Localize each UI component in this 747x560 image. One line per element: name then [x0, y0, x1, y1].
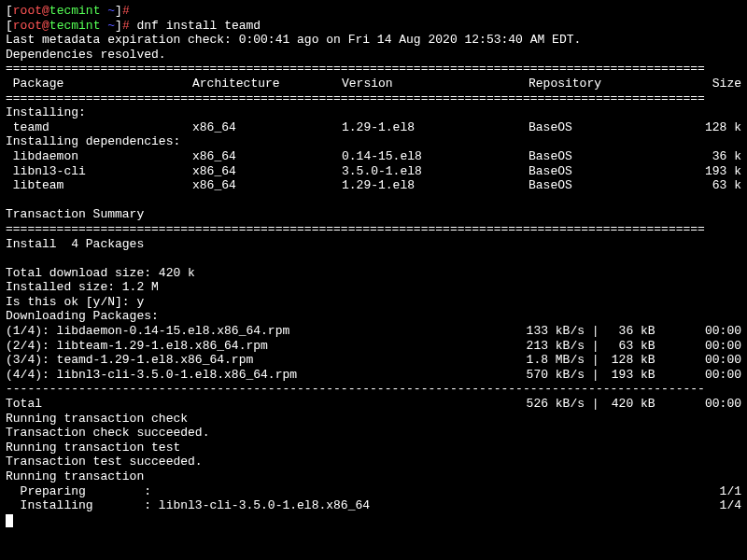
- download-table: (1/4): libdaemon-0.14-15.el8.x86_64.rpm …: [6, 324, 741, 382]
- progress-table: Preparing : 1/1 Installing : libnl3-cli-…: [6, 484, 741, 513]
- table-row: Preparing : 1/1: [6, 484, 741, 499]
- table-row: libnl3-cli x86_64 3.5.0-1.el8 BaseOS 193…: [6, 164, 741, 179]
- package-table-main: teamd x86_64 1.29-1.el8 BaseOS 128 k: [6, 120, 741, 135]
- header-size: Size: [678, 77, 741, 91]
- prompt-line-1: [root@tecmint ~]#: [6, 4, 741, 19]
- transaction-test: Running transaction test: [6, 441, 741, 455]
- installing-deps-label: Installing dependencies:: [6, 134, 741, 149]
- table-row: (2/4): libteam-1.29-1.el8.x86_64.rpm 213…: [6, 339, 741, 354]
- table-row: libteam x86_64 1.29-1.el8 BaseOS 63 k: [6, 178, 741, 193]
- separator-header: ========================================…: [6, 91, 741, 106]
- header-arch: Architecture: [192, 77, 342, 91]
- dash-separator: ----------------------------------------…: [6, 382, 741, 397]
- transaction-test-ok: Transaction test succeeded.: [6, 455, 741, 469]
- install-count: Install 4 Packages: [6, 237, 741, 252]
- installing-label: Installing:: [6, 105, 741, 120]
- total-table: Total 526 kB/s | 420 kB 00:00: [6, 397, 741, 412]
- cursor-icon: [6, 514, 13, 527]
- transaction-running: Running transaction: [6, 469, 741, 484]
- transaction-check-ok: Transaction check succeeded.: [6, 426, 741, 441]
- installed-size: Installed size: 1.2 M: [6, 280, 741, 295]
- blank-1: [6, 193, 741, 208]
- table-row: (3/4): teamd-1.29-1.el8.x86_64.rpm 1.8 M…: [6, 353, 741, 368]
- table-row: (4/4): libnl3-cli-3.5.0-1.el8.x86_64.rpm…: [6, 368, 741, 383]
- transaction-summary-label: Transaction Summary: [6, 207, 741, 222]
- table-row: teamd x86_64 1.29-1.el8 BaseOS 128 k: [6, 120, 741, 135]
- cursor-line[interactable]: [6, 513, 741, 528]
- table-row: Installing : libnl3-cli-3.5.0-1.el8.x86_…: [6, 498, 741, 513]
- blank-2: [6, 251, 741, 266]
- header-package: Package: [6, 77, 192, 91]
- metadata-check-line: Last metadata expiration check: 0:00:41 …: [6, 33, 741, 48]
- header-version: Version: [342, 77, 529, 91]
- package-table-deps: libdaemon x86_64 0.14-15.el8 BaseOS 36 k…: [6, 149, 741, 193]
- command-text: dnf install teamd: [137, 19, 261, 33]
- download-size: Total download size: 420 k: [6, 266, 741, 281]
- table-row: libdaemon x86_64 0.14-15.el8 BaseOS 36 k: [6, 149, 741, 164]
- header-repo: Repository: [529, 77, 678, 91]
- separator-summary: ========================================…: [6, 222, 741, 237]
- confirm-prompt[interactable]: Is this ok [y/N]: y: [6, 295, 741, 310]
- table-row: Total 526 kB/s | 420 kB 00:00: [6, 397, 741, 412]
- prompt-line-2[interactable]: [root@tecmint ~]# dnf install teamd: [6, 19, 741, 34]
- downloading-label: Downloading Packages:: [6, 309, 741, 324]
- table-row: (1/4): libdaemon-0.14-15.el8.x86_64.rpm …: [6, 324, 741, 339]
- package-table-header: Package Architecture Version Repository …: [6, 77, 741, 91]
- transaction-check: Running transaction check: [6, 412, 741, 427]
- deps-resolved-line: Dependencies resolved.: [6, 48, 741, 63]
- separator-top: ========================================…: [6, 62, 741, 77]
